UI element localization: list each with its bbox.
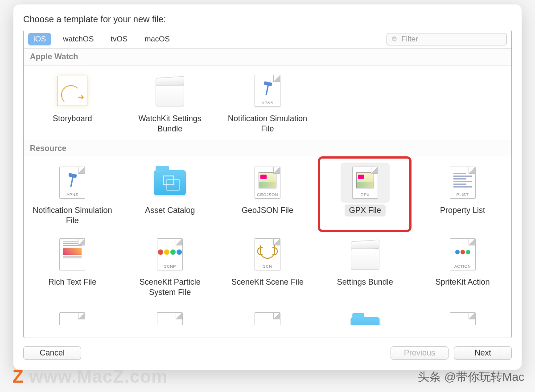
template-label: Notification Simulation File (28, 204, 117, 227)
template-label: SceneKit Particle System File (125, 276, 214, 299)
file-icon: ACTION (450, 238, 476, 270)
section-header-applewatch: Apple Watch (24, 48, 511, 65)
tab-macos[interactable]: macOS (139, 33, 175, 45)
file-icon: SCNP (157, 238, 183, 270)
template-notification-simulation-file[interactable]: APNS Notification Simulation File (24, 160, 121, 232)
file-icon: SCN (255, 238, 280, 270)
template-label: Property List (436, 204, 490, 216)
cancel-button[interactable]: Cancel (23, 346, 81, 360)
folder-icon (154, 170, 186, 195)
template-geojson-file[interactable]: GEOJSON GeoJSON File (219, 160, 317, 232)
grid-resource-partial (24, 303, 511, 325)
template-scroll[interactable]: Apple Watch Storyboard WatchKit Settings… (24, 48, 511, 338)
template-label: Rich Text File (44, 276, 101, 288)
template-partial[interactable] (24, 306, 121, 325)
template-partial[interactable] (316, 306, 414, 325)
map-icon (356, 172, 374, 188)
bundle-icon (349, 239, 381, 270)
template-label: Settings Bundle (333, 276, 398, 288)
template-asset-catalog[interactable]: Asset Catalog (121, 160, 219, 232)
next-button[interactable]: Next (454, 346, 512, 360)
template-notification-simulation-file[interactable]: APNS Notification Simulation File (219, 68, 317, 140)
template-partial[interactable] (219, 306, 317, 325)
filter-icon (391, 35, 399, 43)
template-watchkit-settings-bundle[interactable]: WatchKit Settings Bundle (121, 68, 219, 140)
watermark-left: Z www.MacZ.com (12, 367, 168, 387)
grid-applewatch: Storyboard WatchKit Settings Bundle APNS… (24, 65, 511, 140)
template-label: SpriteKit Action (431, 276, 494, 288)
template-label: GPX File (345, 204, 386, 216)
richtext-icon (63, 241, 82, 263)
section-header-resource: Resource (24, 140, 511, 157)
template-label: Asset Catalog (140, 204, 199, 216)
storyboard-icon (57, 76, 87, 106)
sheet-title: Choose a template for your new file: (23, 14, 512, 24)
grid-resource: APNS Notification Simulation File Asset … (24, 157, 511, 303)
bundle-icon (154, 75, 186, 106)
file-icon (450, 312, 476, 325)
file-icon: APNS (59, 167, 85, 199)
template-scenekit-particle-system-file[interactable]: SCNP SceneKit Particle System File (121, 232, 219, 303)
map-icon (259, 172, 276, 188)
template-property-list[interactable]: PLIST Property List (414, 160, 511, 232)
template-label: Notification Simulation File (223, 113, 312, 135)
button-bar: Cancel Previous Next (23, 346, 512, 360)
trophy-icon (260, 245, 275, 259)
file-icon (255, 312, 280, 325)
template-scenekit-scene-file[interactable]: SCN SceneKit Scene File (219, 232, 317, 303)
particle-icon (158, 249, 182, 255)
template-chooser: iOS watchOS tvOS macOS Apple Watch Story… (23, 30, 512, 338)
template-partial[interactable] (121, 306, 219, 325)
template-label: SceneKit Scene File (227, 276, 308, 288)
file-icon (59, 312, 85, 325)
hammer-icon (263, 82, 272, 95)
template-label: Storyboard (48, 113, 96, 125)
template-label: WatchKit Settings Bundle (125, 113, 214, 135)
file-icon (157, 312, 183, 325)
template-storyboard[interactable]: Storyboard (24, 68, 121, 140)
template-spritekit-action[interactable]: ACTION SpriteKit Action (414, 232, 511, 303)
file-icon: GEOJSON (255, 167, 280, 199)
list-icon (453, 171, 472, 190)
new-file-sheet: Choose a template for your new file: iOS… (13, 4, 522, 370)
filter-input[interactable] (401, 35, 503, 44)
tab-tvos[interactable]: tvOS (105, 33, 133, 45)
platform-toolbar: iOS watchOS tvOS macOS (24, 30, 511, 48)
template-label: GeoJSON File (237, 204, 298, 216)
template-partial[interactable] (414, 306, 511, 325)
template-gpx-file[interactable]: GPX GPX File (316, 160, 414, 232)
file-icon: PLIST (450, 167, 476, 199)
previous-button: Previous (391, 346, 449, 360)
file-icon: GPX (352, 167, 378, 199)
tab-ios[interactable]: iOS (28, 33, 51, 45)
template-settings-bundle[interactable]: Settings Bundle (316, 232, 414, 303)
tab-watchos[interactable]: watchOS (58, 33, 99, 45)
filter-field[interactable] (387, 33, 507, 45)
hammer-icon (68, 174, 77, 187)
template-rich-text-file[interactable]: Rich Text File (24, 232, 121, 303)
watermark-right: 头条 @带你玩转Mac (418, 369, 524, 385)
file-icon (59, 238, 85, 270)
action-icon (455, 250, 470, 254)
folder-icon (350, 317, 379, 325)
file-icon: APNS (255, 75, 280, 107)
